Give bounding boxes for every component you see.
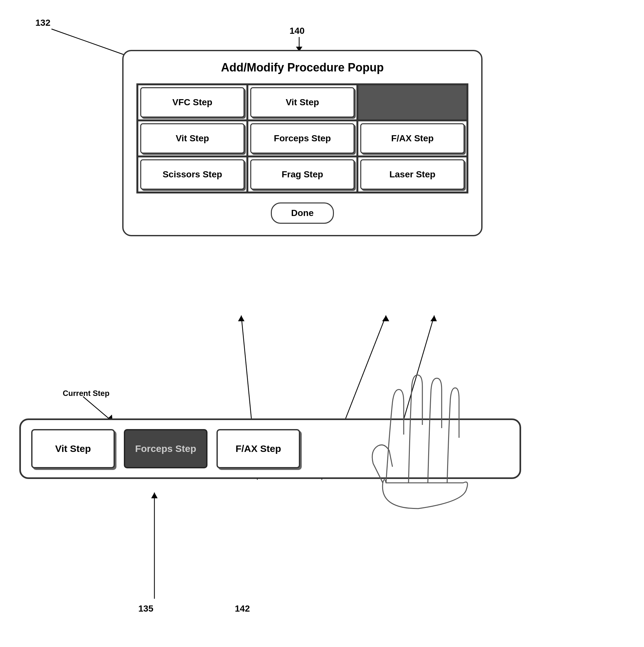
procedure-popup: Add/Modify Procedure Popup VFC Step Vit … — [122, 50, 483, 236]
bottom-bar: Vit Step Forceps Step F/AX Step — [19, 419, 521, 479]
grid-cell-vit-top: Vit Step — [247, 84, 357, 120]
vit-step-mid-button[interactable]: Vit Step — [140, 123, 244, 153]
grid-cell-scissors: Scissors Step — [137, 156, 247, 193]
vit-step-top-button[interactable]: Vit Step — [250, 87, 354, 118]
vit-step-bar-button[interactable]: Vit Step — [31, 429, 115, 469]
scissors-step-button[interactable]: Scissors Step — [140, 159, 244, 190]
grid-cell-vfc: VFC Step — [137, 84, 247, 120]
grid-cell-vit-mid: Vit Step — [137, 120, 247, 156]
svg-marker-11 — [382, 315, 389, 321]
grid-cell-laser: Laser Step — [357, 156, 467, 193]
fax-step-bar-button[interactable]: F/AX Step — [217, 429, 300, 469]
vfc-step-button[interactable]: VFC Step — [140, 87, 244, 118]
svg-marker-13 — [430, 315, 437, 321]
grid-cell-empty-top — [357, 84, 467, 120]
steps-grid: VFC Step Vit Step Vit Step Forceps Step … — [136, 83, 468, 194]
grid-cell-frag: Frag Step — [247, 156, 357, 193]
forceps-step-bar-button[interactable]: Forceps Step — [124, 429, 208, 469]
current-step-label: Current Step — [63, 389, 109, 398]
frag-step-button[interactable]: Frag Step — [250, 159, 354, 190]
grid-cell-forceps: Forceps Step — [247, 120, 357, 156]
fax-step-button[interactable]: F/AX Step — [360, 123, 465, 153]
svg-line-4 — [83, 397, 112, 422]
done-button[interactable]: Done — [271, 203, 334, 224]
svg-marker-7 — [151, 493, 158, 498]
forceps-step-button[interactable]: Forceps Step — [250, 123, 354, 153]
popup-title: Add/Modify Procedure Popup — [136, 61, 468, 74]
laser-step-button[interactable]: Laser Step — [360, 159, 465, 190]
done-container: Done — [136, 203, 468, 224]
svg-marker-9 — [238, 315, 244, 321]
annotation-140: 140 — [290, 26, 305, 36]
svg-line-0 — [52, 29, 129, 56]
annotation-135: 135 — [138, 603, 153, 614]
grid-cell-fax: F/AX Step — [357, 120, 467, 156]
annotation-142: 142 — [235, 603, 250, 614]
annotation-132: 132 — [35, 18, 51, 28]
